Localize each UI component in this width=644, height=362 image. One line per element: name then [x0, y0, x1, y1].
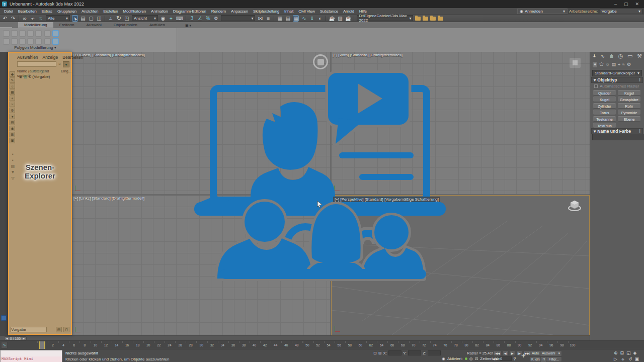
command-panel-tab-icon[interactable]: ⚒: [637, 53, 642, 59]
render-icon[interactable]: ☕: [345, 15, 351, 22]
undo-icon[interactable]: ↶: [2, 15, 8, 22]
filter-button[interactable]: Filter...: [546, 356, 562, 362]
ribbon-mini-tab[interactable]: ▣ ▾: [179, 23, 197, 28]
autogrid-checkbox[interactable]: [594, 84, 598, 88]
select-object-icon[interactable]: ▲: [72, 15, 78, 22]
ribbon-tab[interactable]: Freiform: [53, 22, 80, 28]
command-panel-tab-icon[interactable]: ∿: [600, 53, 605, 59]
explorer-search-input[interactable]: [17, 61, 56, 67]
step-frame-icon[interactable]: ◀ ▶: [493, 357, 498, 360]
pan-icon[interactable]: ↔↕: [620, 356, 626, 361]
select-by-name-icon[interactable]: ▤: [80, 15, 86, 22]
zoom-extents-icon[interactable]: ◱: [626, 350, 631, 355]
object-type-button[interactable]: Teekanne: [593, 116, 616, 122]
object-type-button[interactable]: Quader: [593, 90, 616, 96]
maxscript-output-row[interactable]: [1, 350, 62, 356]
explorer-menu-item[interactable]: Anzeige: [43, 55, 58, 60]
menu-item[interactable]: Erstellen: [102, 9, 119, 14]
display-toggle-icon[interactable]: ▤: [10, 120, 15, 125]
zoom-icon[interactable]: ⊕: [614, 350, 618, 355]
y-coordinate-field[interactable]: [408, 350, 421, 355]
menu-item[interactable]: Bearbeiten: [17, 9, 38, 14]
reference-coordinate-dropdown[interactable]: Ansicht ▾: [132, 15, 158, 21]
menu-item[interactable]: Skripterstellung: [252, 9, 280, 14]
create-category-icon[interactable]: ☼: [605, 62, 609, 67]
current-frame-spinner[interactable]: [500, 356, 512, 361]
object-type-button[interactable]: Torus: [593, 110, 616, 115]
explorer-row[interactable]: ◉ ▤ 0 (Vorgabe): [19, 74, 50, 79]
ribbon-button[interactable]: [35, 38, 42, 45]
signin-dropdown[interactable]: ◉ Anmelden ▾: [517, 9, 568, 14]
project-folder-dropdown[interactable]: D:\EigeneDateien\3ds Max 2022 ▾: [357, 15, 413, 21]
isolate-icon[interactable]: ◉: [442, 356, 445, 361]
redo-icon[interactable]: ↷: [10, 15, 16, 22]
set-key-icon[interactable]: ⚲: [513, 356, 516, 361]
menu-item[interactable]: Animation: [150, 9, 169, 14]
viewport-label-vorn[interactable]: [+] [Vorn] [Standard] [Drahtgittermodell…: [333, 53, 403, 57]
play-button[interactable]: ▶: [510, 350, 515, 356]
select-manipulate-icon[interactable]: +: [168, 15, 174, 22]
menu-item[interactable]: Gruppieren: [56, 9, 77, 14]
viewport-label-links[interactable]: [+] [Links] [Standard] [Drahtgittermodel…: [73, 196, 144, 201]
frame-zero-handle[interactable]: [39, 341, 45, 349]
dock-grip-icon[interactable]: [1, 315, 7, 321]
scene-explorer-toggle-icon[interactable]: ▦: [293, 15, 299, 22]
orbit-icon[interactable]: ↺: [628, 356, 632, 361]
objekttyp-rollout-header[interactable]: ▾ Objekttyp ‖: [591, 77, 643, 83]
menu-item[interactable]: Extras: [40, 9, 53, 14]
ribbon-tab[interactable]: Modellierung: [18, 22, 53, 28]
explorer-footer-input[interactable]: [11, 327, 47, 332]
ribbon-button[interactable]: [35, 30, 42, 37]
x-coordinate-field[interactable]: [388, 350, 401, 355]
explorer-menu-item[interactable]: Auswählen: [17, 55, 38, 60]
menu-item[interactable]: Arnold: [342, 9, 355, 14]
new-scene-folder-icon[interactable]: [415, 17, 421, 21]
viewcube-icon[interactable]: [570, 58, 581, 68]
display-toggle-icon[interactable]: ✎: [10, 77, 15, 83]
layer-explorer-icon[interactable]: ▦: [277, 15, 283, 22]
display-toggle-icon[interactable]: ≈: [10, 102, 15, 107]
dope-sheet-icon[interactable]: ▤: [285, 15, 291, 22]
explorer-tool-icon[interactable]: ▪: [10, 152, 16, 156]
viewport-label-perspektive[interactable]: [+] [Perspektive] [Standard] [Vorgabemäß…: [333, 197, 440, 202]
filter-icon[interactable]: ▼: [63, 61, 69, 67]
mini-curve-editor-icon[interactable]: ∿: [1, 342, 8, 348]
steering-plus-icon[interactable]: +: [521, 351, 526, 359]
named-selection-dropdown[interactable]: ▾: [221, 15, 255, 21]
import-folder-icon[interactable]: [438, 17, 443, 21]
ribbon-button[interactable]: [3, 38, 10, 45]
close-button[interactable]: ✕: [635, 2, 639, 7]
object-type-button[interactable]: Kugel: [593, 97, 616, 102]
link-small-icon[interactable]: ⊡: [475, 356, 478, 361]
rendered-frame-icon[interactable]: ▨: [337, 15, 343, 22]
ribbon-button[interactable]: [27, 38, 34, 45]
viewport-label-oben[interactable]: [+] [Oben] [Standard] [Drahtgittermodell…: [73, 53, 145, 57]
time-slider-handle[interactable]: ◀ 0 / 100 ▶: [4, 336, 27, 340]
link-icon[interactable]: ∞: [22, 15, 28, 22]
clear-search-icon[interactable]: ×: [58, 62, 61, 66]
display-toggle-icon[interactable]: ▦: [10, 89, 15, 95]
menu-item[interactable]: Hilfe: [358, 9, 368, 14]
render-setup-icon[interactable]: ☕: [329, 15, 335, 22]
rectangular-region-icon[interactable]: ▢: [88, 15, 94, 22]
create-category-icon[interactable]: ⚙: [627, 62, 631, 67]
next-frame-icon[interactable]: ▶: [23, 337, 25, 340]
ribbon-button[interactable]: [19, 38, 26, 45]
menu-item[interactable]: Diagramm-Editoren: [172, 9, 207, 14]
object-type-button[interactable]: Ebene: [618, 116, 640, 122]
material-editor-icon[interactable]: ◐: [317, 15, 323, 22]
ribbon-button[interactable]: [27, 30, 34, 37]
percent-snap-icon[interactable]: %: [205, 15, 211, 22]
mirror-icon[interactable]: ⋈: [257, 15, 263, 22]
angle-snap-icon[interactable]: ∠: [197, 15, 203, 22]
selection-filter-dropdown[interactable]: Alle ▾: [46, 15, 70, 21]
selected-set-dropdown[interactable]: Auswahl ▾: [540, 350, 562, 356]
maxscript-label[interactable]: MAXScript Mini: [1, 356, 62, 362]
geometry-category-dropdown[interactable]: Standard-Grundkörper ▾: [592, 70, 642, 76]
display-toggle-icon[interactable]: ◆: [10, 71, 15, 77]
polygon-modeling-label[interactable]: Polygon-Modellierung ▾: [5, 45, 65, 50]
create-category-icon[interactable]: ▤: [612, 62, 616, 67]
ribbon-tab[interactable]: Objekt malen: [108, 22, 143, 28]
rotate-icon[interactable]: ↻: [116, 15, 122, 22]
display-toggle-icon[interactable]: ◉: [10, 126, 15, 131]
